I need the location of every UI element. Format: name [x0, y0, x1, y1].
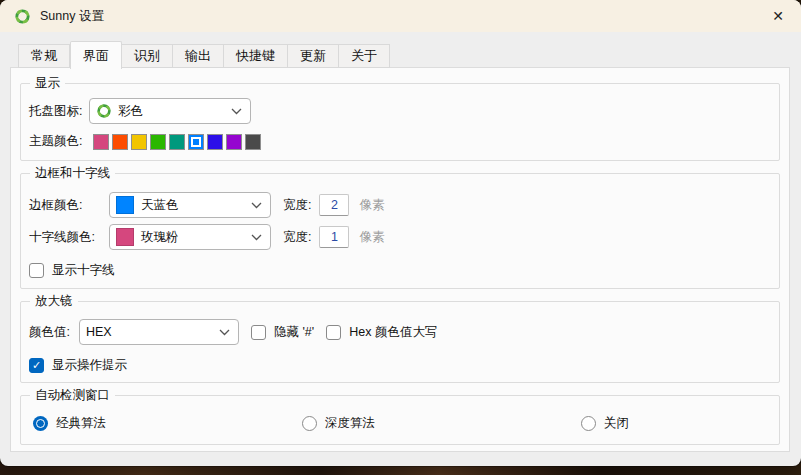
chevron-down-icon — [219, 329, 230, 336]
app-logo-icon — [14, 8, 31, 25]
settings-window: Sunny 设置 ✕ 常规 界面 识别 输出 快捷键 更新 关于 显示 托盘图标… — [0, 0, 801, 466]
border-width-unit: 像素 — [359, 197, 384, 214]
crosshair-color-row: 十字线颜色: 玫瑰粉 宽度: 像素 — [29, 224, 771, 250]
show-tips-label: 显示操作提示 — [52, 357, 127, 374]
theme-color-swatch[interactable] — [188, 134, 204, 150]
autodetect-options-row: 经典算法 深度算法 关闭 — [29, 415, 771, 432]
hex-uppercase-label: Hex 颜色值大写 — [349, 324, 437, 341]
hex-uppercase-checkbox[interactable] — [326, 325, 341, 340]
tab-recognition[interactable]: 识别 — [122, 44, 173, 68]
tab-hotkeys[interactable]: 快捷键 — [224, 44, 288, 68]
tab-update[interactable]: 更新 — [288, 44, 339, 68]
tab-output[interactable]: 输出 — [173, 44, 224, 68]
group-border-title: 边框和十字线 — [30, 165, 115, 182]
color-format-value: HEX — [86, 325, 215, 339]
radio-deep-label: 深度算法 — [325, 415, 375, 432]
close-button[interactable]: ✕ — [763, 3, 793, 29]
crosshair-width-unit: 像素 — [359, 229, 384, 246]
tray-icon-dropdown[interactable]: 彩色 — [89, 98, 251, 124]
titlebar: Sunny 设置 ✕ — [0, 0, 801, 32]
chevron-down-icon — [231, 108, 242, 115]
crosshair-color-dropdown[interactable]: 玫瑰粉 — [109, 224, 271, 250]
group-magnifier: 放大镜 颜色值: HEX 隐藏 '#' Hex 颜色值大写 — [20, 301, 780, 383]
radio-deep-algorithm[interactable] — [302, 416, 317, 431]
tab-page-interface: 显示 托盘图标: 彩色 主题颜色: — [10, 67, 790, 452]
tab-general[interactable]: 常规 — [18, 44, 70, 68]
color-format-dropdown[interactable]: HEX — [79, 319, 239, 345]
show-tips-row: ✓ 显示操作提示 — [29, 357, 771, 374]
theme-color-swatch[interactable] — [226, 134, 242, 150]
group-autodetect: 自动检测窗口 经典算法 深度算法 关闭 — [20, 395, 780, 445]
theme-color-swatch[interactable] — [207, 134, 223, 150]
color-format-label: 颜色值: — [29, 324, 79, 341]
radio-classic-algorithm[interactable] — [33, 416, 48, 431]
crosshair-color-label: 十字线颜色: — [29, 229, 109, 246]
theme-color-row-wrap: 主题颜色: — [29, 133, 771, 150]
hide-hash-label: 隐藏 '#' — [274, 324, 314, 341]
color-format-row: 颜色值: HEX 隐藏 '#' Hex 颜色值大写 — [29, 319, 771, 345]
crosshair-color-value: 玫瑰粉 — [141, 229, 247, 246]
crosshair-width-label: 宽度: — [283, 229, 311, 246]
theme-color-swatch[interactable] — [131, 134, 147, 150]
border-color-dropdown[interactable]: 天蓝色 — [109, 192, 271, 218]
show-crosshair-label: 显示十字线 — [52, 262, 115, 279]
theme-color-swatch[interactable] — [150, 134, 166, 150]
hide-hash-checkbox[interactable] — [251, 325, 266, 340]
group-display-title: 显示 — [30, 75, 65, 92]
tray-icon-label: 托盘图标: — [29, 103, 89, 120]
show-tips-checkbox[interactable]: ✓ — [29, 358, 44, 373]
border-color-value: 天蓝色 — [141, 197, 247, 214]
group-border-crosshair: 边框和十字线 边框颜色: 天蓝色 宽度: 像素 十字线颜色 — [20, 173, 780, 289]
tab-about[interactable]: 关于 — [339, 44, 390, 68]
border-width-input[interactable] — [319, 194, 349, 216]
border-color-swatch — [116, 196, 134, 214]
theme-color-row — [93, 134, 261, 150]
group-autodetect-title: 自动检测窗口 — [30, 387, 115, 404]
radio-off[interactable] — [581, 416, 596, 431]
show-crosshair-row: 显示十字线 — [29, 262, 771, 279]
tray-colorful-icon — [96, 103, 112, 119]
radio-classic-label: 经典算法 — [56, 415, 106, 432]
group-display: 显示 托盘图标: 彩色 主题颜色: — [20, 83, 780, 161]
screen: Sunny 设置 ✕ 常规 界面 识别 输出 快捷键 更新 关于 显示 托盘图标… — [0, 0, 801, 475]
theme-color-label: 主题颜色: — [29, 133, 93, 150]
theme-color-swatch[interactable] — [93, 134, 109, 150]
theme-color-swatch[interactable] — [112, 134, 128, 150]
border-width-label: 宽度: — [283, 197, 311, 214]
theme-color-swatch[interactable] — [169, 134, 185, 150]
show-crosshair-checkbox[interactable] — [29, 263, 44, 278]
tray-icon-row: 托盘图标: 彩色 — [29, 98, 771, 124]
theme-color-swatch[interactable] — [245, 134, 261, 150]
tab-bar: 常规 界面 识别 输出 快捷键 更新 关于 — [18, 41, 390, 68]
border-color-label: 边框颜色: — [29, 197, 109, 214]
chevron-down-icon — [251, 234, 262, 241]
radio-off-label: 关闭 — [604, 415, 629, 432]
window-title: Sunny 设置 — [40, 8, 104, 25]
crosshair-width-input[interactable] — [319, 226, 349, 248]
tray-icon-value: 彩色 — [118, 103, 227, 120]
border-color-row: 边框颜色: 天蓝色 宽度: 像素 — [29, 192, 771, 218]
group-magnifier-title: 放大镜 — [30, 293, 78, 310]
crosshair-color-swatch — [116, 228, 134, 246]
tab-interface[interactable]: 界面 — [70, 41, 122, 69]
chevron-down-icon — [251, 202, 262, 209]
